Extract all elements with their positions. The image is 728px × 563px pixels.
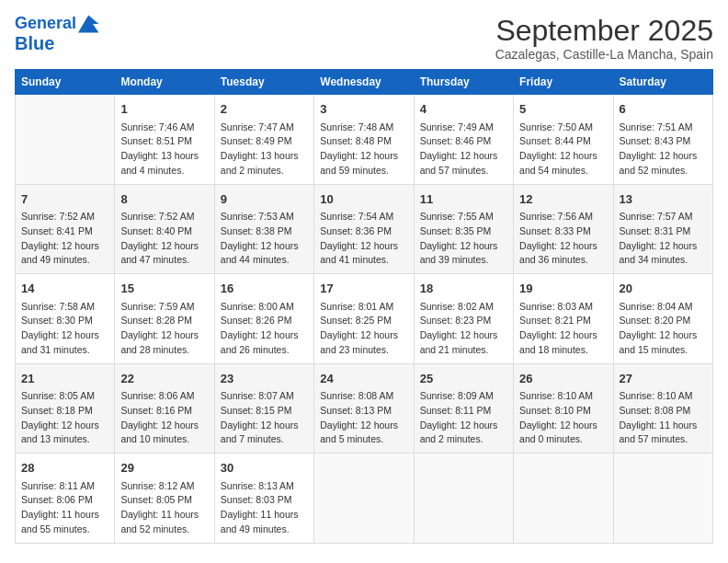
day-number: 1 (120, 100, 208, 119)
week-row-1: 1Sunrise: 7:46 AM Sunset: 8:51 PM Daylig… (16, 95, 713, 185)
calendar-cell: 10Sunrise: 7:54 AM Sunset: 8:36 PM Dayli… (314, 184, 414, 274)
calendar-cell: 28Sunrise: 8:11 AM Sunset: 8:06 PM Dayli… (16, 454, 115, 544)
calendar-cell: 24Sunrise: 8:08 AM Sunset: 8:13 PM Dayli… (314, 363, 414, 454)
day-number: 2 (221, 100, 308, 119)
logo-blue-text: Blue (15, 33, 100, 53)
day-number: 20 (620, 280, 707, 298)
day-info: Sunrise: 7:52 AM Sunset: 8:41 PM Dayligh… (21, 210, 108, 268)
day-info: Sunrise: 7:54 AM Sunset: 8:36 PM Dayligh… (320, 210, 407, 268)
calendar-cell: 14Sunrise: 7:58 AM Sunset: 8:30 PM Dayli… (16, 274, 115, 364)
header-row: SundayMondayTuesdayWednesdayThursdayFrid… (16, 70, 713, 95)
day-number: 10 (320, 190, 407, 209)
calendar-cell: 4Sunrise: 7:49 AM Sunset: 8:46 PM Daylig… (414, 95, 513, 185)
day-info: Sunrise: 7:55 AM Sunset: 8:35 PM Dayligh… (420, 210, 507, 268)
day-info: Sunrise: 7:59 AM Sunset: 8:28 PM Dayligh… (120, 300, 208, 358)
calendar-cell: 5Sunrise: 7:50 AM Sunset: 8:44 PM Daylig… (514, 95, 613, 185)
day-number: 13 (620, 190, 707, 209)
calendar-cell: 6Sunrise: 7:51 AM Sunset: 8:43 PM Daylig… (613, 95, 712, 185)
calendar-cell: 25Sunrise: 8:09 AM Sunset: 8:11 PM Dayli… (414, 363, 513, 454)
day-info: Sunrise: 7:50 AM Sunset: 8:44 PM Dayligh… (519, 121, 607, 178)
day-info: Sunrise: 8:10 AM Sunset: 8:08 PM Dayligh… (620, 389, 707, 447)
day-number: 14 (21, 280, 108, 298)
calendar-cell: 1Sunrise: 7:46 AM Sunset: 8:51 PM Daylig… (115, 95, 214, 185)
day-number: 3 (320, 100, 407, 119)
day-number: 4 (420, 100, 507, 119)
page-header: General Blue September 2025 Cazalegas, C… (15, 15, 713, 62)
day-number: 25 (420, 370, 507, 388)
logo-icon (78, 15, 100, 33)
day-info: Sunrise: 8:02 AM Sunset: 8:23 PM Dayligh… (420, 300, 507, 358)
day-info: Sunrise: 7:57 AM Sunset: 8:31 PM Dayligh… (620, 210, 707, 268)
calendar-cell: 13Sunrise: 7:57 AM Sunset: 8:31 PM Dayli… (613, 184, 712, 274)
calendar-cell: 26Sunrise: 8:10 AM Sunset: 8:10 PM Dayli… (514, 363, 613, 454)
calendar-cell: 18Sunrise: 8:02 AM Sunset: 8:23 PM Dayli… (414, 274, 513, 364)
day-number: 22 (120, 370, 208, 388)
calendar-cell (16, 95, 115, 185)
week-row-2: 7Sunrise: 7:52 AM Sunset: 8:41 PM Daylig… (16, 184, 713, 274)
day-info: Sunrise: 8:13 AM Sunset: 8:03 PM Dayligh… (221, 479, 308, 537)
day-info: Sunrise: 7:52 AM Sunset: 8:40 PM Dayligh… (120, 210, 208, 268)
calendar-cell: 29Sunrise: 8:12 AM Sunset: 8:05 PM Dayli… (115, 454, 214, 544)
calendar-cell: 30Sunrise: 8:13 AM Sunset: 8:03 PM Dayli… (214, 454, 313, 544)
day-number: 26 (519, 370, 607, 388)
day-number: 19 (519, 280, 607, 298)
day-info: Sunrise: 8:11 AM Sunset: 8:06 PM Dayligh… (21, 479, 108, 537)
calendar-cell: 9Sunrise: 7:53 AM Sunset: 8:38 PM Daylig… (214, 184, 313, 274)
day-header-thursday: Thursday (414, 70, 513, 95)
calendar-cell: 17Sunrise: 8:01 AM Sunset: 8:25 PM Dayli… (314, 274, 414, 364)
day-info: Sunrise: 7:49 AM Sunset: 8:46 PM Dayligh… (420, 121, 507, 178)
day-info: Sunrise: 7:48 AM Sunset: 8:48 PM Dayligh… (320, 121, 407, 178)
calendar-cell: 11Sunrise: 7:55 AM Sunset: 8:35 PM Dayli… (414, 184, 513, 274)
day-number: 8 (120, 190, 208, 209)
day-header-saturday: Saturday (613, 70, 712, 95)
day-number: 17 (320, 280, 407, 298)
calendar-cell (414, 454, 513, 544)
day-number: 16 (221, 280, 308, 298)
week-row-4: 21Sunrise: 8:05 AM Sunset: 8:18 PM Dayli… (16, 363, 713, 454)
day-header-wednesday: Wednesday (314, 70, 414, 95)
day-info: Sunrise: 8:00 AM Sunset: 8:26 PM Dayligh… (221, 300, 308, 358)
week-row-3: 14Sunrise: 7:58 AM Sunset: 8:30 PM Dayli… (16, 274, 713, 364)
day-number: 24 (320, 370, 407, 388)
location: Cazalegas, Castille-La Mancha, Spain (495, 47, 713, 62)
calendar-cell: 16Sunrise: 8:00 AM Sunset: 8:26 PM Dayli… (214, 274, 313, 364)
day-info: Sunrise: 7:46 AM Sunset: 8:51 PM Dayligh… (120, 121, 208, 178)
week-row-5: 28Sunrise: 8:11 AM Sunset: 8:06 PM Dayli… (16, 454, 713, 544)
day-number: 15 (120, 280, 208, 298)
day-info: Sunrise: 8:01 AM Sunset: 8:25 PM Dayligh… (320, 300, 407, 358)
calendar-cell: 21Sunrise: 8:05 AM Sunset: 8:18 PM Dayli… (16, 363, 115, 454)
day-header-sunday: Sunday (16, 70, 115, 95)
day-info: Sunrise: 7:53 AM Sunset: 8:38 PM Dayligh… (221, 210, 308, 268)
day-info: Sunrise: 8:06 AM Sunset: 8:16 PM Dayligh… (120, 389, 208, 447)
svg-marker-0 (78, 15, 98, 32)
day-info: Sunrise: 8:07 AM Sunset: 8:15 PM Dayligh… (221, 389, 308, 447)
day-info: Sunrise: 8:09 AM Sunset: 8:11 PM Dayligh… (420, 389, 507, 447)
calendar-cell: 23Sunrise: 8:07 AM Sunset: 8:15 PM Dayli… (214, 363, 313, 454)
day-number: 18 (420, 280, 507, 298)
day-number: 11 (420, 190, 507, 209)
day-info: Sunrise: 8:10 AM Sunset: 8:10 PM Dayligh… (519, 389, 607, 447)
day-info: Sunrise: 8:04 AM Sunset: 8:20 PM Dayligh… (620, 300, 707, 358)
day-number: 6 (620, 100, 707, 119)
day-number: 12 (519, 190, 607, 209)
calendar-cell: 15Sunrise: 7:59 AM Sunset: 8:28 PM Dayli… (115, 274, 214, 364)
day-header-friday: Friday (514, 70, 613, 95)
calendar-cell: 2Sunrise: 7:47 AM Sunset: 8:49 PM Daylig… (214, 95, 313, 185)
calendar-cell: 3Sunrise: 7:48 AM Sunset: 8:48 PM Daylig… (314, 95, 414, 185)
calendar-cell (514, 454, 613, 544)
logo-text: General (15, 15, 76, 33)
day-number: 7 (21, 190, 108, 209)
month-title: September 2025 (495, 15, 713, 47)
day-number: 27 (620, 370, 707, 388)
day-info: Sunrise: 7:56 AM Sunset: 8:33 PM Dayligh… (519, 210, 607, 268)
day-info: Sunrise: 7:58 AM Sunset: 8:30 PM Dayligh… (21, 300, 108, 358)
day-header-tuesday: Tuesday (214, 70, 313, 95)
day-number: 21 (21, 370, 108, 388)
title-block: September 2025 Cazalegas, Castille-La Ma… (495, 15, 713, 62)
day-info: Sunrise: 8:12 AM Sunset: 8:05 PM Dayligh… (120, 479, 208, 537)
day-info: Sunrise: 7:47 AM Sunset: 8:49 PM Dayligh… (221, 121, 308, 178)
day-number: 30 (221, 459, 308, 477)
calendar-cell: 19Sunrise: 8:03 AM Sunset: 8:21 PM Dayli… (514, 274, 613, 364)
calendar-cell (613, 454, 712, 544)
day-number: 23 (221, 370, 308, 388)
